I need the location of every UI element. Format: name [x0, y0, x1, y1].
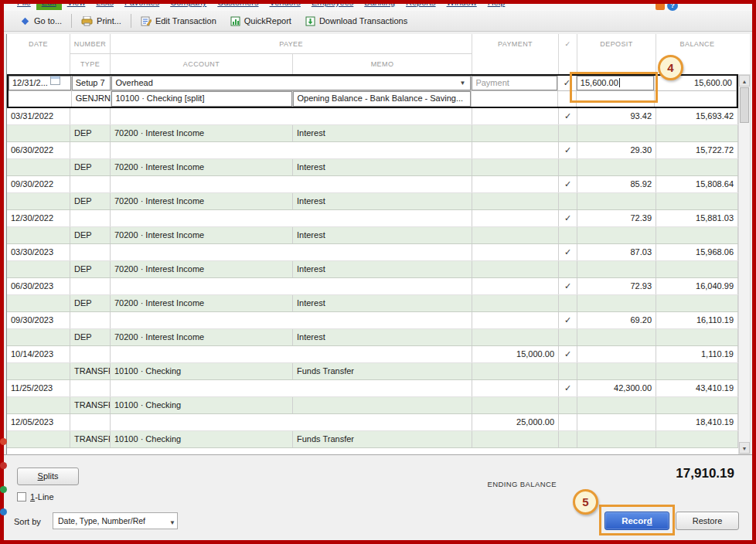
sort-by-dropdown[interactable]: Date, Type, Number/Ref ▼ [53, 512, 178, 529]
account-field[interactable]: 70200 · Interest Income [111, 295, 293, 311]
transaction-row[interactable]: 06/30/2023 ▼ ✓ 72.93 16,040.99 DEP 70200… [7, 278, 738, 312]
account-field[interactable]: 70200 · Interest Income [111, 227, 293, 243]
restore-button[interactable]: Restore [676, 512, 739, 530]
menu-banking[interactable]: Banking [359, 0, 400, 10]
account-field[interactable]: 70200 · Interest Income [111, 193, 293, 209]
deposit-field[interactable]: 93.42 [577, 108, 656, 124]
transaction-row[interactable]: 12/31/2... Setup 7 Overhead▼ Payment ✓ 1… [7, 74, 738, 108]
payee-field[interactable]: ▼ [111, 278, 472, 294]
header-balance[interactable]: BALANCE [656, 34, 738, 54]
payee-field[interactable]: ▼ [111, 312, 472, 328]
transaction-row[interactable]: 03/30/2023 ▼ ✓ 87.03 15,968.06 DEP 70200… [7, 244, 738, 278]
header-account[interactable]: ACCOUNT [111, 54, 293, 74]
payee-field[interactable]: ▼ [111, 414, 472, 430]
payment-field[interactable]: 25,000.00 [472, 414, 559, 430]
menu-reports[interactable]: Reports [400, 0, 441, 10]
menu-window[interactable]: Window [441, 0, 482, 10]
deposit-field[interactable]: 72.93 [577, 278, 656, 294]
memo-field[interactable]: Funds Transfer [293, 431, 472, 447]
number-field[interactable] [70, 176, 111, 192]
cleared-checkmark[interactable]: ✓ [559, 380, 577, 396]
header-type[interactable]: TYPE [70, 54, 111, 74]
payee-field[interactable]: Overhead▼ [111, 76, 472, 90]
number-field[interactable] [70, 346, 111, 362]
number-field[interactable] [70, 380, 111, 396]
deposit-field[interactable]: 42,300.00 [577, 380, 656, 396]
edit-transaction-button[interactable]: Edit Transaction [134, 15, 223, 28]
deposit-field[interactable]: 87.03 [577, 244, 656, 260]
payment-field[interactable]: 15,000.00 [472, 346, 559, 362]
one-line-checkbox[interactable]: 1-Line [17, 492, 54, 502]
payee-field[interactable]: ▼ [111, 176, 472, 192]
menu-vendors[interactable]: Vendors [264, 0, 306, 10]
cleared-checkmark[interactable]: ✓ [559, 244, 577, 260]
menu-help[interactable]: Help [482, 0, 511, 10]
memo-field[interactable]: Opening Balance - Bank Balance - Saving.… [293, 91, 472, 107]
date-field[interactable]: 06/30/2023 [7, 278, 70, 294]
memo-field[interactable]: Interest [293, 193, 472, 209]
header-number[interactable]: NUMBER [70, 34, 111, 54]
vertical-scrollbar[interactable]: ▲ ▼ [738, 74, 751, 454]
memo-field[interactable]: Interest [293, 295, 472, 311]
payment-field[interactable] [472, 244, 559, 260]
account-field[interactable]: 70200 · Interest Income [111, 159, 293, 175]
menu-company[interactable]: Company [165, 0, 212, 10]
memo-field[interactable]: Interest [293, 125, 472, 141]
date-field[interactable]: 10/14/2023 [7, 346, 70, 362]
memo-field[interactable]: Interest [293, 227, 472, 243]
transaction-row[interactable]: 11/25/2023 ▼ ✓ 42,300.00 43,410.19 TRANS… [7, 380, 738, 414]
date-field[interactable]: 12/30/2022 [7, 210, 70, 226]
deposit-field[interactable]: 29.30 [577, 142, 656, 158]
menu-view[interactable]: View [62, 0, 91, 10]
memo-field[interactable]: Interest [293, 159, 472, 175]
number-field[interactable] [70, 108, 111, 124]
transaction-row[interactable]: 03/31/2022 ▼ ✓ 93.42 15,693.42 DEP 70200… [7, 108, 738, 142]
calendar-icon[interactable] [50, 76, 60, 85]
header-deposit[interactable]: DEPOSIT [577, 34, 656, 54]
account-field[interactable]: 10100 · Checking [111, 363, 293, 379]
record-button[interactable]: Record [604, 512, 669, 530]
cleared-checkmark[interactable]: ✓ [559, 346, 577, 362]
cleared-checkmark[interactable]: ✓ [559, 176, 577, 192]
goto-button[interactable]: Go to... [13, 15, 69, 28]
menu-edit[interactable]: Edit [36, 0, 62, 10]
menu-file[interactable]: File [12, 0, 36, 10]
cleared-checkmark[interactable]: ✓ [558, 76, 577, 90]
number-field[interactable] [70, 312, 111, 328]
menu-customers[interactable]: Customers [212, 0, 264, 10]
date-field[interactable]: 11/25/2023 [7, 380, 70, 396]
quickreport-button[interactable]: QuickReport [223, 15, 298, 28]
cleared-checkmark[interactable] [559, 414, 577, 430]
date-field[interactable]: 12/31/2... [9, 76, 72, 90]
menu-employees[interactable]: Employees [306, 0, 359, 10]
transaction-row[interactable]: 12/30/2022 ▼ ✓ 72.39 15,881.03 DEP 70200… [7, 210, 738, 244]
download-transactions-button[interactable]: Download Transactions [298, 15, 414, 28]
deposit-field[interactable]: 85.92 [577, 176, 656, 192]
header-memo[interactable]: MEMO [293, 54, 472, 74]
payment-field[interactable] [472, 108, 559, 124]
date-field[interactable]: 12/05/2023 [7, 414, 70, 430]
transaction-row[interactable]: 06/30/2022 ▼ ✓ 29.30 15,722.72 DEP 70200… [7, 142, 738, 176]
cleared-checkmark[interactable]: ✓ [559, 210, 577, 226]
deposit-field[interactable] [577, 414, 656, 430]
deposit-field[interactable]: 72.39 [577, 210, 656, 226]
checkbox-icon[interactable] [17, 492, 26, 502]
number-field[interactable] [70, 278, 111, 294]
header-payment[interactable]: PAYMENT [472, 34, 559, 54]
payee-field[interactable]: ▼ [111, 244, 472, 260]
menu-favorites[interactable]: Favorites [119, 0, 165, 10]
payment-field[interactable] [472, 380, 559, 396]
number-field[interactable] [70, 210, 111, 226]
memo-field[interactable]: Funds Transfer [293, 363, 472, 379]
payment-field[interactable] [472, 210, 559, 226]
date-field[interactable]: 03/30/2023 [7, 244, 70, 260]
account-field[interactable]: 10100 · Checking [111, 431, 293, 447]
number-field[interactable] [70, 414, 111, 430]
account-field[interactable]: 70200 · Interest Income [111, 125, 293, 141]
scroll-down-icon[interactable]: ▼ [739, 442, 750, 454]
account-field[interactable]: 10100 · Checking [split] [111, 91, 293, 107]
payment-field[interactable] [472, 142, 559, 158]
account-field[interactable]: 10100 · Checking [111, 397, 293, 413]
date-field[interactable]: 09/30/2022 [7, 176, 70, 192]
cleared-checkmark[interactable]: ✓ [559, 312, 577, 328]
